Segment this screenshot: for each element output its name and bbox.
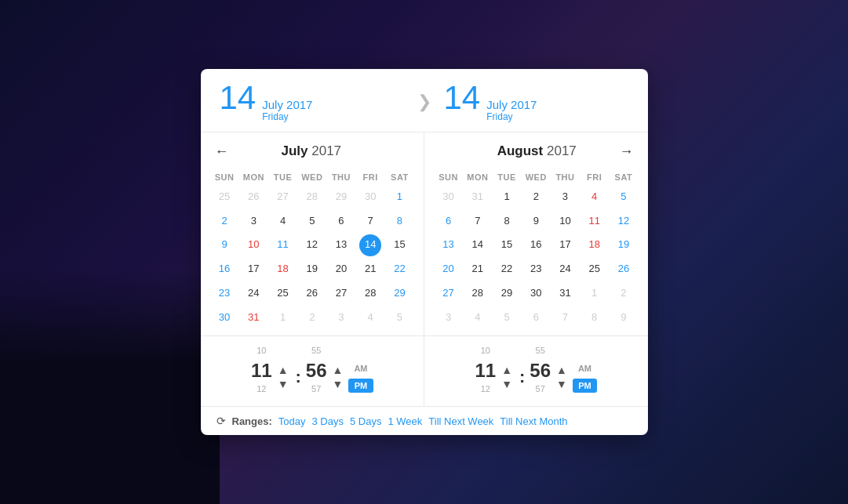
calendar-day[interactable]: 28	[363, 281, 377, 306]
right-hour-up[interactable]: ▲	[499, 364, 515, 376]
calendar-day[interactable]: 1	[395, 185, 404, 209]
calendar-day[interactable]: 9	[532, 209, 540, 234]
calendar-day[interactable]: 8	[395, 209, 404, 234]
calendar-day[interactable]: 6	[337, 209, 345, 234]
calendar-day[interactable]: 6	[444, 209, 453, 234]
calendar-day[interactable]: 13	[334, 233, 348, 257]
calendar-day[interactable]: 22	[392, 257, 406, 281]
calendar-day[interactable]: 16	[529, 233, 543, 257]
calendar-day[interactable]: 30	[217, 306, 231, 330]
calendar-day[interactable]: 3	[444, 306, 453, 330]
calendar-day[interactable]: 29	[500, 281, 514, 306]
calendar-day[interactable]: 19	[305, 257, 319, 281]
calendar-day[interactable]: 31	[246, 306, 260, 330]
calendar-day[interactable]: 5	[502, 306, 511, 330]
calendar-day[interactable]: 2	[619, 281, 628, 306]
calendar-day[interactable]: 27	[334, 281, 348, 306]
calendar-day[interactable]: 2	[532, 185, 540, 209]
calendar-day[interactable]: 8	[502, 209, 511, 234]
right-pm-button[interactable]: PM	[573, 379, 597, 393]
prev-month-button[interactable]: ←	[210, 142, 234, 161]
calendar-day[interactable]: 22	[500, 257, 514, 281]
calendar-day[interactable]: 17	[246, 257, 260, 281]
range-5days[interactable]: 5 Days	[350, 415, 381, 427]
calendar-day[interactable]: 18	[275, 257, 289, 281]
right-min-up[interactable]: ▲	[554, 364, 570, 376]
calendar-day[interactable]: 1	[502, 185, 511, 209]
left-pm-button[interactable]: PM	[348, 379, 373, 393]
calendar-day[interactable]: 13	[441, 233, 455, 257]
range-till-next-month[interactable]: Till Next Month	[500, 415, 567, 427]
calendar-day[interactable]: 7	[561, 306, 570, 330]
calendar-day[interactable]: 3	[561, 185, 570, 209]
calendar-day[interactable]: 12	[305, 233, 319, 257]
calendar-day[interactable]: 12	[617, 209, 631, 234]
calendar-day[interactable]: 3	[337, 306, 345, 330]
next-month-button[interactable]: →	[614, 142, 638, 161]
right-hour-down[interactable]: ▼	[499, 378, 515, 390]
calendar-day[interactable]: 4	[278, 209, 287, 234]
calendar-day[interactable]: 26	[305, 281, 319, 306]
calendar-day[interactable]: 24	[246, 281, 260, 306]
calendar-day[interactable]: 23	[217, 281, 231, 306]
calendar-day[interactable]: 27	[441, 281, 455, 306]
calendar-day[interactable]: 15	[392, 233, 406, 257]
calendar-day[interactable]: 3	[249, 209, 258, 234]
calendar-day[interactable]: 4	[590, 185, 599, 209]
calendar-day[interactable]: 20	[334, 257, 348, 281]
calendar-day[interactable]: 30	[363, 185, 377, 209]
calendar-day[interactable]: 25	[275, 281, 289, 306]
selected-day[interactable]: 14	[359, 234, 381, 256]
calendar-day[interactable]: 24	[558, 257, 572, 281]
calendar-day[interactable]: 17	[558, 233, 572, 257]
range-today[interactable]: Today	[278, 415, 306, 427]
calendar-day[interactable]: 16	[217, 257, 231, 281]
calendar-day[interactable]: 21	[363, 257, 377, 281]
left-am-button[interactable]: AM	[348, 361, 373, 375]
calendar-day[interactable]: 23	[529, 257, 543, 281]
calendar-day[interactable]: 7	[366, 209, 375, 234]
calendar-day[interactable]: 28	[471, 281, 485, 306]
calendar-day[interactable]: 2	[220, 209, 228, 234]
calendar-day[interactable]: 4	[366, 306, 375, 330]
calendar-day[interactable]: 10	[558, 209, 572, 234]
right-min-down[interactable]: ▼	[554, 378, 570, 390]
left-hour-down[interactable]: ▼	[275, 378, 291, 390]
calendar-day[interactable]: 31	[558, 281, 572, 306]
calendar-day[interactable]: 5	[308, 209, 316, 234]
left-hour-up[interactable]: ▲	[275, 364, 291, 376]
calendar-day[interactable]: 29	[334, 185, 348, 209]
calendar-day[interactable]: 29	[392, 281, 406, 306]
calendar-day[interactable]: 15	[500, 233, 514, 257]
calendar-day[interactable]: 5	[619, 185, 628, 209]
calendar-day[interactable]: 31	[471, 185, 485, 209]
calendar-day[interactable]: 1	[278, 306, 287, 330]
calendar-day[interactable]: 2	[308, 306, 316, 330]
header-arrow[interactable]: ❯	[405, 92, 444, 112]
calendar-day[interactable]: 21	[471, 257, 485, 281]
calendar-day[interactable]: 9	[619, 306, 628, 330]
calendar-day[interactable]: 5	[395, 306, 404, 330]
calendar-day[interactable]: 26	[617, 257, 631, 281]
calendar-day[interactable]: 25	[217, 185, 231, 209]
calendar-day[interactable]: 18	[587, 233, 601, 257]
calendar-day[interactable]: 8	[590, 306, 599, 330]
range-1week[interactable]: 1 Week	[388, 415, 422, 427]
calendar-day[interactable]: 14	[471, 233, 485, 257]
calendar-day[interactable]: 28	[305, 185, 319, 209]
calendar-day[interactable]: 7	[473, 209, 482, 234]
calendar-day[interactable]: 30	[529, 281, 543, 306]
calendar-day[interactable]: 20	[441, 257, 455, 281]
left-min-down[interactable]: ▼	[330, 378, 346, 390]
calendar-day[interactable]: 9	[220, 233, 228, 257]
calendar-day[interactable]: 25	[587, 257, 601, 281]
calendar-day[interactable]: 4	[473, 306, 482, 330]
range-3days[interactable]: 3 Days	[312, 415, 344, 427]
calendar-day[interactable]: 11	[275, 233, 289, 257]
calendar-day[interactable]: 6	[532, 306, 540, 330]
calendar-day[interactable]: 26	[246, 185, 260, 209]
calendar-day[interactable]: 27	[275, 185, 289, 209]
calendar-day[interactable]: 19	[617, 233, 631, 257]
calendar-day[interactable]: 30	[441, 185, 455, 209]
calendar-day[interactable]: 1	[590, 281, 599, 306]
